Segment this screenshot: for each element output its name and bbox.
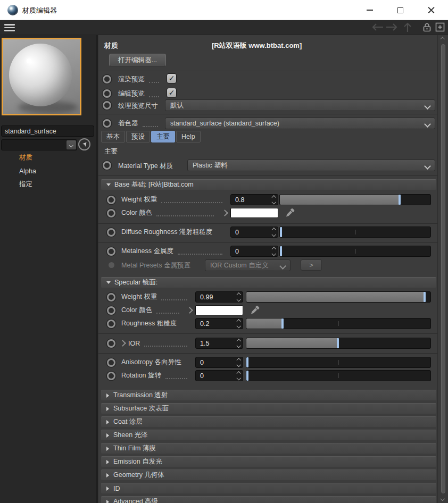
expand-arrow-icon[interactable] — [119, 340, 126, 347]
minimize-button[interactable] — [358, 0, 382, 20]
close-button[interactable] — [419, 0, 443, 20]
rotation-field[interactable]: 0 — [195, 370, 243, 381]
slider-handle[interactable] — [280, 246, 282, 256]
section-coat[interactable]: Coat 涂层 — [101, 416, 436, 427]
base-color-knob[interactable] — [107, 209, 115, 217]
open-editor-button[interactable]: 打开编辑器... — [109, 54, 166, 66]
render-preview-knob[interactable] — [103, 75, 111, 83]
specular-color-swatch[interactable] — [195, 305, 243, 315]
edit-preview-checkbox[interactable] — [167, 88, 177, 98]
metalness-knob[interactable] — [107, 247, 115, 256]
metal-presets-expand-button[interactable]: > — [301, 259, 322, 271]
specular-roughness-field[interactable]: 0.2 — [195, 318, 243, 329]
scrollbar-thumb[interactable] — [441, 44, 445, 493]
material-type-knob[interactable] — [103, 161, 111, 170]
metalness-slider[interactable] — [279, 246, 431, 257]
back-arrow-icon[interactable] — [371, 23, 384, 31]
section-transmission[interactable]: Transmission 透射 — [101, 390, 436, 400]
material-preview[interactable] — [2, 38, 81, 115]
menu-button[interactable] — [4, 23, 15, 32]
slider-handle[interactable] — [281, 318, 284, 329]
spinner-icon[interactable] — [272, 227, 276, 237]
render-preview-checkbox[interactable] — [167, 73, 177, 83]
spinner-icon[interactable] — [272, 195, 276, 205]
anisotropy-field[interactable]: 0 — [195, 357, 243, 368]
metal-presets-dropdown[interactable]: IOR Custom 自定义 — [205, 259, 291, 271]
sidebar-item-alpha[interactable]: Alpha — [19, 166, 36, 175]
eyedropper-icon[interactable] — [250, 305, 260, 315]
slider-handle[interactable] — [424, 292, 426, 302]
base-weight-knob[interactable] — [107, 196, 115, 204]
filter-dropdown[interactable] — [1, 139, 77, 150]
ior-field[interactable]: 1.5 — [195, 338, 243, 349]
pick-object-button[interactable] — [78, 138, 90, 150]
scroll-down-icon[interactable] — [441, 496, 445, 500]
specular-weight-slider[interactable] — [246, 291, 431, 303]
specular-roughness-knob[interactable] — [107, 320, 115, 328]
slider-handle[interactable] — [246, 357, 248, 367]
spinner-icon[interactable] — [237, 338, 240, 348]
specular-weight-field[interactable]: 0.99 — [195, 291, 243, 303]
up-arrow-icon[interactable] — [403, 22, 412, 32]
spinner-icon[interactable] — [272, 246, 276, 256]
section-subsurface[interactable]: Subsurface 次表面 — [101, 403, 436, 414]
tab-basic[interactable]: 基本 — [101, 131, 125, 142]
slider-handle[interactable] — [399, 195, 401, 205]
specular-section-header[interactable]: Specular 镜面: — [101, 277, 436, 288]
section-emission[interactable]: Emission 自发光 — [101, 456, 436, 467]
diffuse-roughness-row: Diffuse Roughness 漫射粗糙度 — [121, 227, 227, 238]
specular-roughness-label: Roughness 粗糙度 — [121, 319, 177, 328]
shader-dropdown[interactable]: standard_surface (standard_surface) — [165, 118, 435, 129]
anisotropy-slider[interactable] — [246, 357, 431, 368]
spinner-icon[interactable] — [237, 371, 240, 381]
maximize-button[interactable] — [388, 0, 412, 20]
metalness-field[interactable]: 0 — [230, 246, 278, 257]
section-advanced[interactable]: Advanced 高级 — [101, 496, 436, 503]
expand-arrow-icon[interactable] — [186, 307, 193, 314]
slider-handle[interactable] — [246, 371, 248, 381]
section-id[interactable]: ID — [101, 483, 436, 493]
scroll-up-icon[interactable] — [441, 37, 445, 41]
edit-preview-knob[interactable] — [103, 89, 111, 98]
filter-dropdown-button[interactable] — [67, 140, 76, 149]
rotation-knob[interactable] — [107, 372, 115, 380]
tab-main[interactable]: 主要 — [151, 131, 175, 142]
shader-knob[interactable] — [103, 119, 111, 128]
forward-arrow-icon[interactable] — [385, 23, 398, 31]
texture-size-dropdown[interactable]: 默认 — [165, 99, 435, 111]
base-weight-slider[interactable] — [279, 194, 431, 205]
diffuse-roughness-knob[interactable] — [107, 228, 115, 237]
texture-size-knob[interactable] — [103, 101, 111, 110]
spinner-icon[interactable] — [237, 318, 240, 329]
ior-slider[interactable] — [246, 338, 431, 349]
diffuse-roughness-field[interactable]: 0 — [230, 227, 278, 238]
rotation-slider[interactable] — [246, 370, 431, 381]
ior-knob[interactable] — [107, 339, 115, 348]
tab-presets[interactable]: 预设 — [126, 131, 150, 142]
spinner-icon[interactable] — [237, 357, 240, 367]
specular-roughness-slider[interactable] — [246, 318, 431, 329]
sidebar-item-assign[interactable]: 指定 — [19, 180, 32, 189]
new-window-icon[interactable] — [435, 22, 445, 32]
eyedropper-icon[interactable] — [285, 207, 295, 218]
section-sheen[interactable]: Sheen 光泽 — [101, 430, 436, 440]
slider-handle[interactable] — [337, 338, 339, 348]
slider-handle[interactable] — [280, 227, 282, 237]
base-color-swatch[interactable] — [230, 208, 278, 218]
section-thin-film[interactable]: Thin Film 薄膜 — [101, 443, 436, 454]
base-section-header[interactable]: Base 基础: [R站]Btbat.com — [101, 179, 436, 190]
sidebar-item-material[interactable]: 材质 — [19, 153, 32, 162]
material-type-dropdown[interactable]: Plastic 塑料 — [187, 160, 435, 171]
spinner-icon[interactable] — [237, 292, 240, 302]
anisotropy-knob[interactable] — [107, 358, 115, 367]
diffuse-roughness-slider[interactable] — [279, 227, 431, 238]
lock-icon[interactable] — [422, 22, 432, 32]
material-name-input[interactable]: standard_surface — [1, 125, 94, 137]
tab-help[interactable]: Help — [176, 131, 201, 142]
base-weight-field[interactable]: 0.8 — [230, 194, 278, 205]
expand-arrow-icon[interactable] — [221, 209, 228, 216]
specular-weight-knob[interactable] — [107, 293, 115, 301]
section-geometry[interactable]: Geometry 几何体 — [101, 470, 436, 480]
scrollbar[interactable] — [437, 35, 448, 503]
specular-color-knob[interactable] — [107, 306, 115, 315]
